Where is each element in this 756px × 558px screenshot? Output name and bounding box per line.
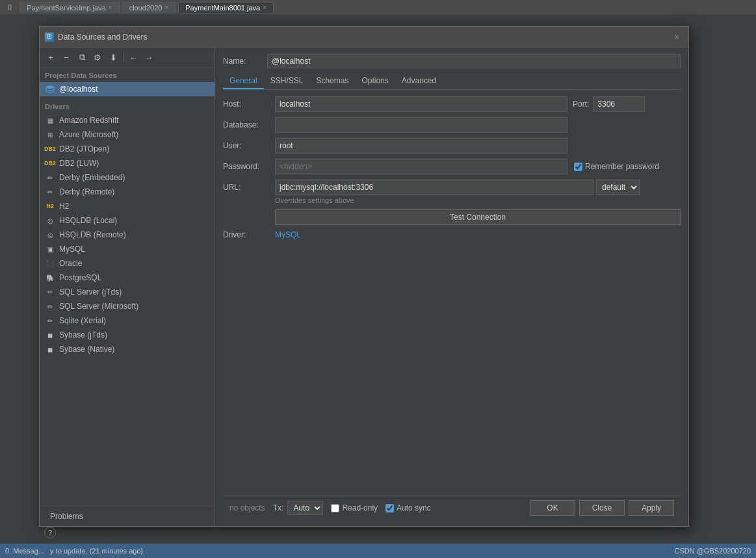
- tab-payment-service[interactable]: PaymentServiceImp.java ×: [20, 2, 120, 13]
- copy-datasource-button[interactable]: ⧉: [75, 50, 89, 64]
- autosync-checkbox[interactable]: [385, 504, 394, 512]
- remove-datasource-button[interactable]: −: [59, 50, 73, 64]
- user-input[interactable]: [275, 138, 567, 153]
- driver-hsqldb-remote[interactable]: ◎ HSQLDB (Remote): [40, 228, 215, 242]
- right-panel: Name: General SSH/SSL Schemas Options Ad…: [215, 47, 688, 526]
- url-input[interactable]: [275, 179, 593, 195]
- db2-luw-icon: DB2: [45, 158, 55, 168]
- close-button[interactable]: Close: [579, 500, 625, 516]
- driver-label: H2: [59, 202, 69, 211]
- dialog-title: 🗄 Data Sources and Drivers: [45, 33, 147, 42]
- ide-statusbar: 0: Messag... y to update. (21 minutes ag…: [0, 544, 756, 558]
- password-input[interactable]: [275, 159, 567, 174]
- readonly-checkbox[interactable]: [331, 504, 339, 512]
- sybase-native-icon: ◼: [45, 344, 55, 354]
- driver-sybase-native[interactable]: ◼ Sybase (Native): [40, 342, 215, 356]
- driver-label: SQL Server (jTds): [59, 287, 122, 297]
- hsqldb-local-icon: ◎: [45, 215, 55, 226]
- url-hint: Overrides settings above: [275, 196, 681, 204]
- database-input[interactable]: [275, 117, 567, 133]
- help-button[interactable]: ?: [44, 527, 56, 538]
- driver-oracle[interactable]: ⬛ Oracle: [40, 256, 215, 271]
- driver-mysql[interactable]: ▣ MySQL: [40, 242, 215, 256]
- datasource-name: @localhost: [59, 85, 98, 94]
- apply-button[interactable]: Apply: [629, 500, 674, 516]
- tx-select[interactable]: Auto: [287, 501, 323, 515]
- autosync-label[interactable]: Auto sync: [385, 503, 431, 512]
- driver-postgresql[interactable]: 🐘 PostgreSQL: [40, 271, 215, 285]
- port-input[interactable]: [593, 96, 645, 112]
- h2-icon: H2: [45, 201, 55, 211]
- remember-password-checkbox[interactable]: [574, 163, 582, 171]
- left-toolbar: + − ⧉ ⚙ ⬇ ← →: [40, 47, 215, 68]
- left-bottom-bar: Problems: [40, 506, 215, 526]
- driver-label: Derby (Remote): [59, 187, 114, 196]
- driver-azure-microsoft[interactable]: ⊞ Azure (Microsoft): [40, 127, 215, 142]
- tab-options[interactable]: Options: [355, 73, 395, 89]
- driver-derby-embedded[interactable]: ✏ Derby (Embedded): [40, 170, 215, 185]
- tx-select-row: Tx: Auto: [273, 501, 324, 515]
- driver-sqlite-xerial[interactable]: ✏ Sqlite (Xerial): [40, 313, 215, 328]
- driver-sqlserver-jtds[interactable]: ✏ SQL Server (jTds): [40, 285, 215, 299]
- driver-label: MySQL: [59, 245, 85, 254]
- import-button[interactable]: ⬇: [106, 50, 120, 64]
- back-button[interactable]: ←: [126, 50, 140, 64]
- problems-tab[interactable]: Problems: [45, 509, 88, 524]
- drivers-section-label: Drivers: [40, 99, 215, 113]
- ide-topbar: 0 PaymentServiceImp.java × cloud2020 × P…: [0, 0, 756, 14]
- readonly-label[interactable]: Read-only: [331, 503, 378, 512]
- mysql-icon: ▣: [45, 244, 55, 254]
- left-panel: + − ⧉ ⚙ ⬇ ← → Project Data Sources @loca…: [40, 47, 215, 526]
- dialog-close-button[interactable]: ×: [670, 31, 683, 44]
- tab-close-icon[interactable]: ×: [263, 4, 267, 11]
- svg-point-0: [46, 86, 54, 89]
- driver-label: Sqlite (Xerial): [59, 316, 106, 325]
- driver-amazon-redshift[interactable]: ▦ Amazon Redshift: [40, 113, 215, 127]
- driver-settings-button[interactable]: ⚙: [90, 50, 105, 64]
- sqlserver-jtds-icon: ✏: [45, 287, 55, 297]
- sqlite-icon: ✏: [45, 315, 55, 326]
- driver-label: Sybase (jTds): [59, 330, 107, 339]
- name-input[interactable]: [267, 54, 681, 68]
- tab-general[interactable]: General: [223, 73, 264, 89]
- statusbar-left-text: 0: Messag... y to update. (21 minutes ag…: [5, 547, 143, 555]
- user-row: User:: [223, 138, 681, 153]
- tab-schemas[interactable]: Schemas: [309, 73, 355, 89]
- dialog-db-icon: 🗄: [45, 33, 54, 42]
- password-row: Password: Remember password: [223, 159, 681, 174]
- host-input[interactable]: [275, 96, 567, 112]
- driver-hsqldb-local[interactable]: ◎ HSQLDB (Local): [40, 213, 215, 228]
- driver-h2[interactable]: H2 H2: [40, 199, 215, 213]
- tab-close-icon[interactable]: ×: [164, 4, 168, 11]
- driver-db2-jtopen[interactable]: DB2 DB2 (JTOpen): [40, 142, 215, 156]
- dialog-body: + − ⧉ ⚙ ⬇ ← → Project Data Sources @loca…: [40, 47, 688, 526]
- tab-cloud2020[interactable]: cloud2020 ×: [122, 2, 176, 13]
- database-row: Database:: [223, 117, 681, 133]
- data-sources-dialog: 🗄 Data Sources and Drivers × + − ⧉ ⚙ ⬇ ←…: [39, 26, 689, 527]
- tab-close-icon[interactable]: ×: [109, 4, 112, 11]
- forward-button[interactable]: →: [142, 50, 156, 64]
- tab-payment-main[interactable]: PaymentMain8001.java ×: [178, 2, 274, 13]
- ide-left-counter: 0: [3, 2, 17, 12]
- driver-sybase-jtds[interactable]: ◼ Sybase (jTds): [40, 328, 215, 342]
- driver-db2-luw[interactable]: DB2 DB2 (LUW): [40, 156, 215, 170]
- driver-sqlserver-microsoft[interactable]: ✏ SQL Server (Microsoft): [40, 299, 215, 313]
- datasource-localhost[interactable]: @localhost: [40, 82, 215, 96]
- driver-derby-remote[interactable]: ✏ Derby (Remote): [40, 185, 215, 199]
- no-objects-label: no objects: [229, 503, 265, 512]
- ok-button[interactable]: OK: [530, 500, 575, 516]
- user-label: User:: [223, 141, 275, 150]
- sybase-jtds-icon: ◼: [45, 330, 55, 340]
- url-type-select[interactable]: default: [596, 179, 640, 195]
- hsqldb-remote-icon: ◎: [45, 230, 55, 240]
- test-connection-button[interactable]: Test Connection: [275, 209, 681, 225]
- driver-label: Sybase (Native): [59, 345, 114, 354]
- tab-ssh-ssl[interactable]: SSH/SSL: [264, 73, 310, 89]
- tab-advanced[interactable]: Advanced: [395, 73, 443, 89]
- dialog-bottom-bar: no objects Tx: Auto Read-only: [223, 496, 681, 520]
- driver-link[interactable]: MySQL: [275, 230, 301, 239]
- help-icon-area: ?: [44, 527, 56, 538]
- add-datasource-button[interactable]: +: [44, 50, 58, 64]
- drivers-section: Drivers ▦ Amazon Redshift ⊞ Azure (Micro…: [40, 99, 215, 356]
- remember-password-label[interactable]: Remember password: [574, 162, 659, 171]
